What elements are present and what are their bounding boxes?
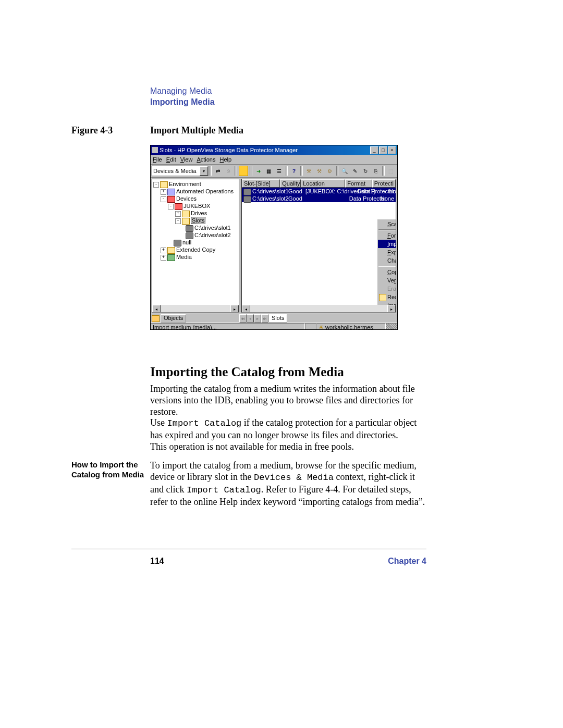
menu-edit[interactable]: Edit <box>166 156 176 163</box>
toolbar: Devices & Media ▾ ⇄ ⦸ ➜ ▦ ☰ ? ⚒ ⚒ ⚙ 🔍 ✎ … <box>151 165 397 178</box>
footer-rule <box>71 549 426 549</box>
recycle-icon <box>379 294 386 301</box>
tree-node-jukebox[interactable]: JUKEBOX <box>183 203 210 209</box>
tool-icon[interactable]: ⚒ <box>304 166 314 176</box>
context-selector-value: Devices & Media <box>153 168 197 174</box>
tool-icon[interactable]: ↻ <box>361 166 370 176</box>
connect-icon[interactable]: ⇄ <box>213 166 223 176</box>
resize-grip-icon[interactable] <box>386 323 397 330</box>
paragraph: To import the catalog from a medium, bro… <box>150 460 426 508</box>
tree-node-null[interactable]: null <box>182 239 191 245</box>
tab-slots[interactable]: Slots <box>268 314 287 323</box>
tab-objects[interactable]: Objects <box>161 314 186 323</box>
collapse-icon[interactable]: - <box>153 182 159 188</box>
tool-icon[interactable]: ✎ <box>350 166 360 176</box>
list-scrollbar[interactable]: ◂ ▸ <box>242 305 396 312</box>
tool-icon[interactable]: ⬚ <box>386 166 396 176</box>
status-message: Import medium (media)... <box>151 323 305 330</box>
menu-actions[interactable]: Actions <box>197 156 215 163</box>
tape-icon <box>186 232 193 239</box>
menu-help[interactable]: Help <box>219 156 231 163</box>
ctx-verify[interactable]: Verify... <box>378 276 396 285</box>
toolbar-separator <box>286 166 288 176</box>
collapse-icon[interactable]: - <box>175 218 181 224</box>
list-pane[interactable]: Slot-[Side] Quality Location Format Prot… <box>241 179 396 313</box>
code-text: Import Catalog <box>187 485 261 495</box>
list-icon[interactable]: ☰ <box>275 166 284 176</box>
expand-icon[interactable]: + <box>161 255 166 261</box>
folder-icon[interactable] <box>239 166 248 176</box>
minimize-button[interactable]: _ <box>370 146 378 154</box>
tree-node-slot2[interactable]: C:\drives\slot2 <box>194 232 231 238</box>
search-icon[interactable]: 🔍 <box>340 166 349 176</box>
code-text: Import Catalog <box>167 418 242 428</box>
help-icon[interactable]: ? <box>289 166 299 176</box>
tool-icon[interactable]: ⚒ <box>315 166 324 176</box>
doc-icon[interactable]: ▦ <box>264 166 274 176</box>
col-slot[interactable]: Slot-[Side] <box>242 179 280 188</box>
scroll-left-icon[interactable]: ◂ <box>152 305 161 313</box>
collapse-icon[interactable]: - <box>161 196 166 202</box>
scroll-right-icon[interactable]: ▸ <box>387 305 396 313</box>
toolbar-separator <box>382 166 385 176</box>
ctx-export[interactable]: Export <box>378 248 396 256</box>
menu-view[interactable]: View <box>180 156 193 163</box>
expand-icon[interactable]: + <box>161 248 166 253</box>
close-button[interactable]: × <box>388 146 396 154</box>
nav-first-icon[interactable]: ⏮ <box>239 314 247 323</box>
tool-icon[interactable]: ⎘ <box>371 166 381 176</box>
running-header-topic: Importing Media <box>150 97 215 107</box>
tree-node-auto[interactable]: Automated Operations <box>176 188 234 194</box>
toolbar-separator <box>336 166 339 176</box>
col-quality[interactable]: Quality <box>280 179 301 188</box>
jukebox-icon <box>175 203 182 210</box>
tree-node-slot1[interactable]: C:\drives\slot1 <box>194 225 231 231</box>
status-pane <box>305 323 316 330</box>
ctx-change-location[interactable]: Change Location... <box>378 256 396 265</box>
title-bar: Slots - HP OpenView Storage Data Protect… <box>151 145 397 155</box>
tree-node-slots[interactable]: Slots <box>191 217 205 224</box>
cell-slot: C:\drives\slot1 <box>252 188 289 194</box>
tree-node-media[interactable]: Media <box>176 254 192 260</box>
tree-node-environment[interactable]: Environment <box>169 181 201 187</box>
collapse-icon[interactable]: - <box>168 204 174 209</box>
ctx-import[interactable]: Import <box>378 240 396 248</box>
tool-icon[interactable]: ⚙ <box>325 166 335 176</box>
context-selector[interactable]: Devices & Media ▾ <box>152 166 209 176</box>
nav-icon[interactable]: ➜ <box>254 166 263 176</box>
code-text: Devices & Media <box>254 473 334 483</box>
nav-next-icon[interactable]: ▸ <box>254 314 261 323</box>
tree-node-devices[interactable]: Devices <box>176 195 197 202</box>
menu-separator <box>378 266 396 267</box>
nav-last-icon[interactable]: ⏭ <box>261 314 268 323</box>
toolbar-separator <box>250 166 252 176</box>
status-host: workaholic.hermes <box>325 324 373 330</box>
tree-scrollbar[interactable]: ◂ ▸ <box>152 305 239 312</box>
tree-pane[interactable]: -Environment +Automated Operations -Devi… <box>152 179 239 313</box>
col-protection[interactable]: Protecti <box>372 179 396 188</box>
stop-icon[interactable]: ⦸ <box>224 166 233 176</box>
tape-icon <box>243 196 251 203</box>
nav-prev-icon[interactable]: ◂ <box>247 314 254 323</box>
status-bar: Import medium (media)... ☀ workaholic.he… <box>151 323 397 330</box>
scroll-right-icon[interactable]: ▸ <box>230 305 239 313</box>
ctx-copy[interactable]: Copy... <box>378 268 396 276</box>
ctx-scan[interactable]: Scan... <box>378 220 396 228</box>
scroll-left-icon[interactable]: ◂ <box>242 305 250 313</box>
chevron-down-icon[interactable]: ▾ <box>200 166 208 176</box>
menu-file[interactable]: File <box>153 156 162 163</box>
folder-icon <box>167 247 175 254</box>
col-format[interactable]: Format <box>345 179 372 188</box>
expand-icon[interactable]: + <box>161 189 166 195</box>
media-icon <box>167 254 175 261</box>
tree-node-extcopy[interactable]: Extended Copy <box>176 246 215 253</box>
list-row[interactable]: C:\drives\slot2 Good Data Protector None <box>242 195 396 202</box>
ctx-recycle[interactable]: Recycle <box>378 293 396 301</box>
cell-slot: C:\drives\slot2 <box>252 195 289 202</box>
expand-icon[interactable]: + <box>175 211 181 217</box>
ctx-format[interactable]: Format... <box>378 231 396 240</box>
col-location[interactable]: Location <box>301 179 345 188</box>
list-row[interactable]: C:\drives\slot1 Good [JUKEBOX: C:\drives… <box>242 188 396 195</box>
tree-node-drives[interactable]: Drives <box>191 210 207 216</box>
maximize-button[interactable]: □ <box>379 146 387 154</box>
